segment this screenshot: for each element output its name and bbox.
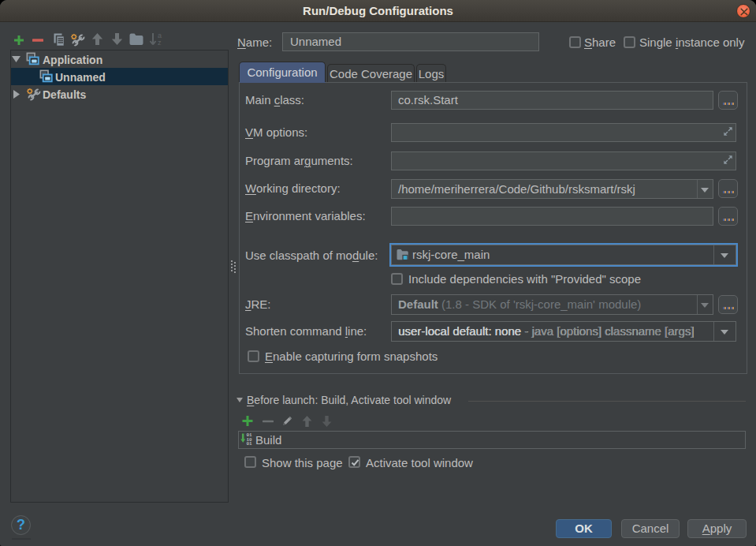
svg-text:z: z	[158, 39, 162, 46]
svg-text:01: 01	[247, 441, 253, 446]
